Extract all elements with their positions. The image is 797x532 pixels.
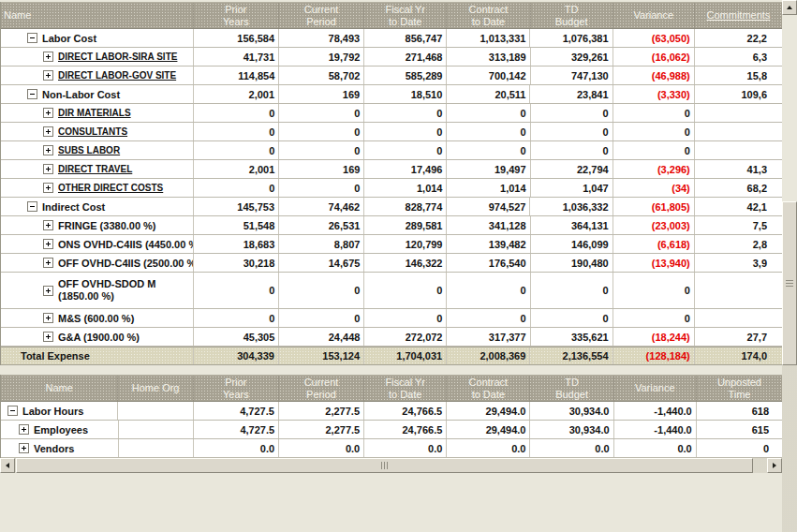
cell-contract-to-date: 1,013,331 [446,29,529,47]
vertical-scrollbar[interactable] [782,0,797,458]
expand-icon[interactable] [43,70,53,81]
horizontal-scrollbar[interactable] [0,458,782,473]
vertical-scroll-track[interactable] [782,201,797,532]
cell-td-budget: 146,099 [530,235,613,253]
expand-icon[interactable] [43,313,53,323]
table-row: DIR MATERIALS000000 [1,104,782,123]
row-label-cell: M&S (600.00 %) [1,309,193,327]
column-header-td-budget[interactable]: TD Budget [530,3,613,28]
scroll-left-button[interactable] [0,458,15,473]
expand-icon[interactable] [43,108,53,118]
cell-commitments: 174,0 [694,347,782,364]
cell-variance: (3,330) [613,85,694,103]
column-header-name[interactable]: Name [1,376,117,401]
cell-contract-to-date: 313,189 [446,48,529,66]
account-link[interactable]: SUBS LABOR [58,145,120,155]
cell-fiscal-yr-to-date: 271,468 [363,48,446,66]
expand-icon[interactable] [19,424,29,435]
row-label-cell: Vendors [1,439,118,457]
horizontal-scroll-thumb[interactable] [16,458,753,473]
expand-icon[interactable] [43,220,53,230]
column-header-name[interactable]: Name [1,3,193,28]
collapse-icon[interactable] [27,89,37,99]
scroll-right-button[interactable] [767,458,782,473]
horizontal-scroll-track[interactable] [15,458,767,473]
account-link[interactable]: CONSULTANTS [58,126,127,137]
column-header-fiscal-yr-to-date[interactable]: Fiscal Yr to Date [363,3,446,28]
table-row: Non-Labor Cost2,00116918,51020,51123,841… [1,85,782,104]
cell-commitments: 15,8 [694,66,782,84]
column-header-contract-to-date[interactable]: Contract to Date [446,3,529,28]
column-header-home-org[interactable]: Home Org [117,376,192,401]
row-label-cell: DIRECT TRAVEL [1,160,193,178]
expand-icon[interactable] [43,183,53,193]
column-header-variance[interactable]: Variance [613,376,696,401]
column-header-prior-years[interactable]: Prior Years [193,376,278,401]
row-label: FRINGE (3380.00 %) [58,220,156,231]
cell-td-budget: 2,136,554 [529,347,612,364]
cell-commitments: 6,3 [694,48,782,66]
cell-contract-to-date: 0 [446,104,529,122]
table-row: DIRECT LABOR-SIRA SITE41,73119,792271,46… [1,48,782,66]
row-label-cell: OTHER DIRECT COSTS [1,179,193,197]
scroll-up-button[interactable] [782,0,797,15]
cell-contract-to-date: 974,527 [446,198,529,215]
cell-prior-years: 41,731 [193,48,278,66]
row-label: Total Expense [21,350,90,362]
collapse-icon[interactable] [7,406,18,416]
column-header-contract-to-date[interactable]: Contract to Date [446,376,529,401]
cell-home-org [117,402,192,420]
row-label-cell: Non-Labor Cost [1,85,193,103]
account-link[interactable]: DIRECT LABOR-GOV SITE [58,70,176,81]
row-label: Non-Labor Cost [42,89,120,100]
cell-fiscal-yr-to-date: 272,072 [363,328,446,346]
expand-icon[interactable] [43,126,53,137]
row-label: Vendors [34,443,74,454]
column-header-variance[interactable]: Variance [613,3,694,28]
cell-variance: (23,003) [613,216,694,234]
account-link[interactable]: DIR MATERIALS [58,108,131,118]
expand-icon[interactable] [43,52,53,62]
column-header-td-budget[interactable]: TD Budget [529,376,613,401]
cell-commitments [694,104,782,122]
cell-variance: 0 [613,141,694,159]
cell-contract-to-date: 0 [446,123,529,140]
cell-current-period: 0 [278,104,363,122]
cell-commitments [694,309,782,327]
cell-variance: (3,296) [613,160,694,178]
cell-prior-years: 45,305 [193,328,278,346]
expand-icon[interactable] [43,145,53,155]
account-link[interactable]: OTHER DIRECT COSTS [58,183,163,193]
cell-variance: (18,244) [613,328,694,346]
column-header-commitments[interactable]: Commitments [694,3,782,28]
collapse-icon[interactable] [27,201,37,212]
labor-hours-grid: NameHome OrgPrior YearsCurrent PeriodFis… [0,375,782,458]
column-header-current-period[interactable]: Current Period [278,376,363,401]
account-link[interactable]: DIRECT LABOR-SIRA SITE [58,52,177,62]
report-panel: NamePrior YearsCurrent PeriodFiscal Yr t… [0,2,782,458]
cell-td-budget: 364,131 [530,216,613,234]
cell-fiscal-yr-to-date: 585,289 [363,66,446,84]
cell-td-budget: 22,794 [530,160,613,178]
expand-icon[interactable] [43,332,53,342]
collapse-icon[interactable] [27,33,37,43]
cell-commitments: 27,7 [694,328,782,346]
account-link[interactable]: DIRECT TRAVEL [58,164,132,174]
vertical-scroll-thumb[interactable] [782,201,797,365]
column-header-unposted-time[interactable]: Unposted Time [696,376,782,401]
table-row: Vendors0.00.00.00.00.00.00 [1,439,782,458]
cell-commitments: 22,2 [694,29,782,47]
column-header-fiscal-yr-to-date[interactable]: Fiscal Yr to Date [363,376,446,401]
table-header: NamePrior YearsCurrent PeriodFiscal Yr t… [1,2,782,29]
cell-commitments [694,123,782,140]
column-header-current-period[interactable]: Current Period [278,3,363,28]
expand-icon[interactable] [43,164,53,174]
cell-fiscal-yr-to-date: 0.0 [363,439,446,457]
cell-td-budget: 30,934.0 [529,421,613,438]
column-header-prior-years[interactable]: Prior Years [193,3,278,28]
expand-icon[interactable] [43,286,53,296]
cell-prior-years: 4,727.5 [193,421,278,438]
expand-icon[interactable] [43,239,53,249]
expand-icon[interactable] [19,443,29,453]
expand-icon[interactable] [43,258,53,268]
